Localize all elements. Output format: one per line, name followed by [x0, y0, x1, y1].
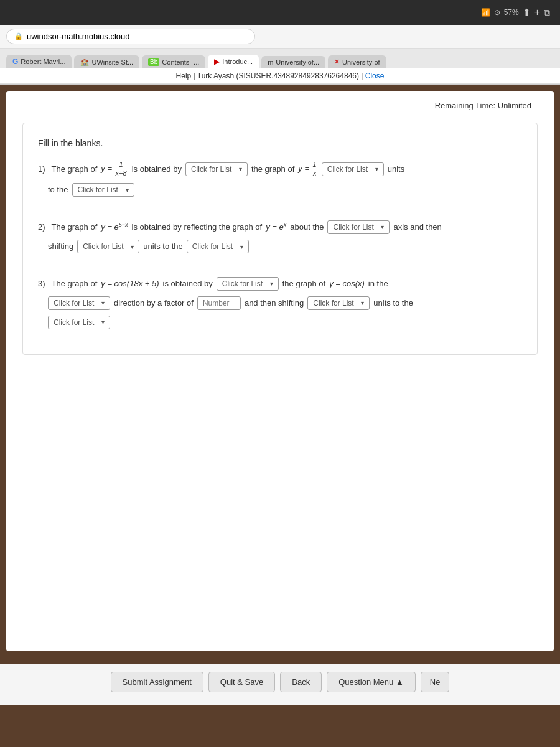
help-bar: Help | Turk Ayash (SISUSER.4348928492837…	[0, 68, 560, 84]
q3-text1: The graph of	[52, 276, 98, 291]
lock-icon: 🔒	[14, 32, 23, 40]
question-3-row3: Click for List	[48, 316, 522, 329]
tab-university1[interactable]: m University of...	[261, 56, 325, 68]
tab-label-university1: University of...	[276, 59, 319, 66]
q1-text1: The graph of	[52, 162, 98, 176]
tab-label-contents: Contents -...	[162, 59, 199, 66]
q2-text3: about the	[290, 220, 324, 234]
question-2-row: 2) The graph of y = e5−x is obtained by …	[38, 220, 522, 235]
quit-save-button[interactable]: Quit & Save	[208, 672, 275, 692]
tab-introduc[interactable]: ▶ Introduc...	[208, 55, 259, 68]
submit-assignment-button[interactable]: Submit Assignment	[111, 672, 203, 692]
question-3-row2: Click for List direction by a factor of …	[48, 296, 522, 310]
question-2-row2: shifting Click for List units to the Cli…	[48, 239, 522, 253]
browser-toolbar: 🔒 uwindsor-math.mobius.cloud	[0, 25, 560, 49]
q3-dropdown4[interactable]: Click for List	[48, 316, 110, 329]
tab-label-university2: University of	[342, 59, 380, 66]
q3-dropdown2[interactable]: Click for List	[48, 296, 110, 310]
q3-func1: y = cos(18x + 5)	[101, 276, 159, 291]
q1-func1: y = 1x+8	[101, 161, 128, 177]
tab-icon-introduc: ▶	[214, 57, 220, 66]
q2-dropdown3[interactable]: Click for List	[187, 240, 249, 253]
tab-label-robert: Robert Mavri...	[21, 58, 65, 65]
remaining-time-label: Remaining Time:	[435, 101, 496, 110]
tab-uwinsite[interactable]: 🏫 UWinsite St...	[74, 55, 139, 68]
q2-text1: The graph of	[52, 220, 98, 234]
q1-dropdown3[interactable]: Click for List	[72, 183, 134, 197]
q1-text2: is obtained by	[132, 162, 182, 176]
q2-func1: y = e5−x	[101, 220, 128, 235]
tab-icon-uwinsite: 🏫	[80, 58, 89, 66]
bottom-nav: Submit Assignment Quit & Save Back Quest…	[0, 664, 560, 705]
address-text: uwindsor-math.mobius.cloud	[27, 32, 129, 41]
browser-tabs: G Robert Mavri... 🏫 UWinsite St... Bb Co…	[0, 49, 560, 68]
plus-icon: +	[534, 7, 540, 18]
q1-func2: y = 1x	[298, 161, 317, 177]
q3-func2: y = cos(x)	[329, 276, 365, 291]
close-link[interactable]: Close	[365, 72, 385, 80]
top-status-bar: 📶 ⊙ 57% ⬆ + ⧉	[0, 0, 560, 25]
q3-text5: direction by a factor of	[114, 296, 194, 310]
back-button[interactable]: Back	[280, 672, 322, 692]
q2-number: 2)	[38, 220, 45, 234]
tab-university2[interactable]: ✕ University of	[328, 55, 386, 68]
fill-blanks-title: Fill in the blanks.	[38, 138, 522, 148]
q1-text5: to the	[48, 182, 68, 197]
q1-text3: the graph of	[251, 162, 294, 176]
tab-robert[interactable]: G Robert Mavri...	[6, 55, 72, 68]
battery-text: 57%	[504, 8, 519, 17]
question-1-row: 1) The graph of y = 1x+8 is obtained by …	[38, 161, 522, 177]
question-menu-button[interactable]: Question Menu ▲	[327, 672, 416, 692]
tab-icon-contents: Bb	[148, 58, 159, 66]
q1-text4: units	[388, 162, 404, 176]
q3-number-input[interactable]	[197, 296, 241, 310]
question-container: Fill in the blanks. 1) The graph of y = …	[22, 123, 538, 355]
q3-dropdown3[interactable]: Click for List	[307, 296, 370, 310]
q3-dropdown1[interactable]: Click for List	[217, 277, 279, 291]
remaining-time: Remaining Time: Unlimited	[16, 101, 544, 110]
q2-text4: axis and then	[393, 220, 441, 234]
q2-text5: units to the	[143, 239, 183, 253]
tab-label-uwinsite: UWinsite St...	[91, 59, 133, 66]
q2-shifting-label: shifting	[48, 239, 73, 253]
tab-icon-university2: ✕	[334, 58, 340, 66]
tab-icon-robert: G	[12, 57, 18, 66]
q3-text7: units to the	[373, 296, 413, 310]
tab-label-introduc: Introduc...	[222, 58, 253, 65]
question-1-row2: to the Click for List	[48, 182, 522, 197]
q2-dropdown2[interactable]: Click for List	[77, 240, 139, 253]
share-icon: ⬆	[523, 7, 531, 18]
q3-text6: and then shifting	[245, 296, 304, 310]
q3-text4: in the	[368, 276, 388, 291]
next-button[interactable]: Ne	[421, 672, 450, 692]
q3-number: 3)	[38, 276, 45, 291]
q3-text3: the graph of	[282, 276, 325, 291]
q1-dropdown1[interactable]: Click for List	[185, 162, 248, 176]
q1-number: 1)	[38, 162, 45, 176]
main-content: Remaining Time: Unlimited Fill in the bl…	[6, 91, 554, 651]
q2-func2: y = ex	[266, 220, 286, 235]
battery-icon: ⊙	[494, 8, 500, 17]
question-3-row: 3) The graph of y = cos(18x + 5) is obta…	[38, 276, 522, 291]
copy-icon: ⧉	[544, 7, 550, 18]
q2-dropdown1[interactable]: Click for List	[327, 220, 390, 234]
q3-text2: is obtained by	[163, 276, 213, 291]
help-text: Help |	[176, 72, 197, 80]
wifi-icon: 📶	[481, 8, 490, 17]
user-text: Turk Ayash (SISUSER.43489284928376264846…	[197, 72, 365, 80]
tab-icon-university1: m	[268, 59, 273, 66]
status-icons: 📶 ⊙ 57% ⬆ + ⧉	[481, 7, 550, 18]
q1-dropdown2[interactable]: Click for List	[322, 162, 384, 176]
remaining-time-value: Unlimited	[498, 101, 531, 110]
tab-contents[interactable]: Bb Contents -...	[142, 55, 205, 68]
q2-text2: is obtained by reflecting the graph of	[132, 220, 263, 234]
browser-chrome: 🔒 uwindsor-math.mobius.cloud G Robert Ma…	[0, 25, 560, 85]
address-bar[interactable]: 🔒 uwindsor-math.mobius.cloud	[6, 29, 255, 44]
